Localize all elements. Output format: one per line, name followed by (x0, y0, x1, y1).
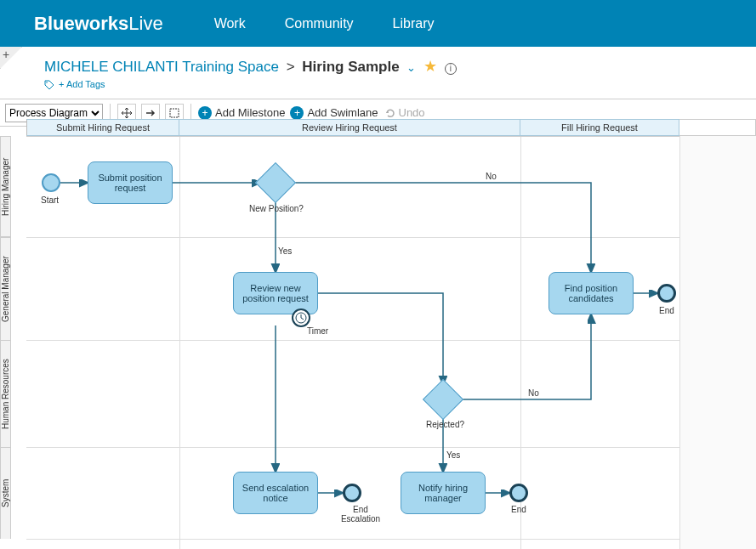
grid-line (179, 136, 180, 549)
page-title: Hiring Sample (302, 59, 399, 75)
svg-point-0 (46, 82, 48, 83)
lane-human-resources[interactable]: Human Resources (0, 340, 11, 447)
add-milestone-button[interactable]: +Add Milestone (198, 106, 285, 120)
undo-button[interactable]: Undo (384, 106, 425, 119)
chevron-down-icon[interactable]: ⌄ (406, 61, 416, 74)
start-label: Start (41, 195, 59, 205)
flow-label-no: No (486, 172, 497, 181)
svg-rect-1 (170, 109, 179, 117)
move-icon (121, 107, 133, 119)
main-nav: Work Community Library (214, 16, 435, 31)
plus-icon: + (290, 106, 304, 120)
breadcrumb-sep: > (287, 59, 295, 75)
marquee-icon (168, 107, 180, 119)
arrow-right-icon (145, 107, 156, 119)
nav-community[interactable]: Community (285, 16, 354, 31)
end-find-label: End (659, 306, 674, 315)
end-event-notify[interactable] (509, 484, 528, 502)
milestone-col-3[interactable]: Fill Hiring Request (520, 119, 679, 136)
grid-line (26, 136, 679, 137)
gateway-new-position-label: New Position? (249, 204, 304, 213)
milestone-col-2[interactable]: Review Hiring Request (179, 119, 520, 136)
end-event-find[interactable] (657, 284, 676, 303)
tag-icon (44, 80, 54, 90)
add-tags-link[interactable]: + Add Tags (44, 79, 756, 90)
breadcrumb: MICHELE CHILANTI Training Space > Hiring… (44, 57, 756, 76)
task-find-candidates[interactable]: Find position candidates (549, 272, 634, 314)
plus-icon: + (198, 106, 212, 120)
flow-label-yes: Yes (278, 246, 292, 256)
info-icon[interactable]: i (445, 63, 457, 75)
clock-icon (293, 310, 309, 325)
start-event[interactable] (42, 173, 60, 192)
grid-line (679, 136, 680, 549)
nav-work[interactable]: Work (214, 16, 246, 31)
task-send-escalation[interactable]: Send escalation notice (233, 472, 318, 514)
grid-line (26, 237, 679, 238)
gateway-new-position[interactable] (255, 162, 296, 203)
lane-hiring-manager[interactable]: Hiring Manager (0, 136, 11, 237)
grid-line (26, 340, 679, 341)
milestone-col-1[interactable]: Submit Hiring Request (26, 119, 179, 136)
swimlane-labels: Hiring Manager General Manager Human Res… (0, 136, 26, 549)
add-tab-button[interactable]: + (0, 47, 22, 69)
star-icon[interactable]: ★ (423, 58, 437, 75)
add-swimlane-button[interactable]: +Add Swimlane (290, 106, 378, 120)
timer-label: Timer (307, 326, 328, 336)
plus-icon: + (3, 48, 9, 61)
grid-line (26, 447, 679, 448)
app-logo: BlueworksLive (34, 13, 163, 35)
lane-system[interactable]: System (0, 447, 11, 539)
task-notify-hiring-manager[interactable]: Notify hiring manager (401, 472, 486, 514)
grid-line (26, 539, 679, 540)
flow-label-no-2: No (528, 388, 539, 398)
canvas[interactable]: Start Submit position request New Positi… (26, 136, 756, 549)
end-escalation-label: End Escalation (335, 505, 386, 524)
grid-empty-area (679, 136, 756, 549)
undo-icon (384, 107, 395, 119)
breadcrumb-row: + MICHELE CHILANTI Training Space > Hiri… (0, 47, 756, 93)
lane-general-manager[interactable]: General Manager (0, 237, 11, 340)
end-notify-label: End (511, 505, 526, 514)
gateway-rejected[interactable] (423, 379, 463, 420)
task-review-new-position[interactable]: Review new position request (233, 272, 318, 314)
flow-label-yes-2: Yes (446, 450, 460, 460)
nav-library[interactable]: Library (393, 16, 435, 31)
timer-event[interactable] (292, 308, 310, 327)
diagram-canvas[interactable]: Submit Hiring Request Review Hiring Requ… (0, 119, 756, 549)
breadcrumb-parent[interactable]: MICHELE CHILANTI Training Space (44, 59, 279, 75)
gateway-rejected-label: Rejected? (426, 420, 464, 429)
top-navbar: BlueworksLive Work Community Library (0, 0, 756, 47)
task-submit-position-request[interactable]: Submit position request (88, 161, 173, 204)
milestone-col-empty (679, 119, 756, 136)
end-event-escalation[interactable] (343, 484, 361, 502)
milestone-header: Submit Hiring Request Review Hiring Requ… (26, 119, 756, 136)
